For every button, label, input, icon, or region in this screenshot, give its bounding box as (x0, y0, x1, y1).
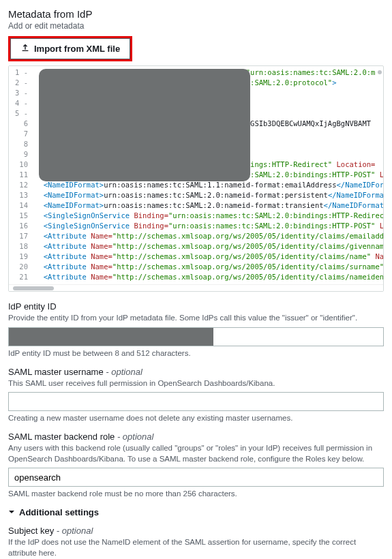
master-username-label: SAML master username (8, 367, 104, 377)
scrollbar-horizontal[interactable] (9, 284, 383, 291)
backend-role-below: SAML master backend role must be no more… (8, 489, 384, 498)
idp-entity-id-field: IdP entity ID Provide the entity ID from… (8, 301, 384, 357)
redaction-overlay (39, 69, 250, 181)
master-username-field: SAML master username - optional This SAM… (8, 367, 384, 423)
master-username-input[interactable] (8, 392, 384, 411)
section-title: Metadata from IdP (8, 8, 384, 20)
idp-entity-id-help: Provide the entity ID from your IdP meta… (8, 313, 384, 324)
backend-role-label: SAML master backend role (8, 432, 115, 442)
code-gutter: 1 -2 -3 -4 -5 -6789101112131415161718192… (9, 66, 32, 284)
backend-role-field: SAML master backend role - optional Any … (8, 432, 384, 498)
chevron-down-icon (8, 507, 15, 517)
metadata-section: Metadata from IdP Add or edit metadata I… (8, 8, 384, 559)
subject-key-field: Subject key - optional If the IdP does n… (8, 526, 384, 559)
xml-code-editor[interactable]: 1 -2 -3 -4 -5 -6789101112131415161718192… (8, 65, 384, 292)
backend-role-input[interactable] (8, 468, 384, 487)
redaction-bar (9, 328, 213, 346)
additional-settings-label: Additional settings (19, 507, 99, 517)
upload-icon (20, 43, 30, 55)
optional-tag: - optional (104, 367, 142, 377)
optional-tag: - optional (115, 432, 153, 442)
import-button-highlight: Import from XML file (8, 36, 132, 61)
additional-settings-toggle[interactable]: Additional settings (8, 507, 384, 517)
idp-entity-id-below: IdP entity ID must be between 8 and 512 … (8, 349, 384, 357)
backend-role-help: Any users with this backend role (usuall… (8, 443, 384, 464)
subject-key-label: Subject key (8, 526, 54, 536)
import-xml-button[interactable]: Import from XML file (10, 38, 130, 59)
section-subtitle: Add or edit metadata (8, 21, 384, 31)
subject-key-help: If the IdP does not use the NameID eleme… (8, 537, 384, 558)
optional-tag: - optional (54, 526, 93, 536)
master-username-below: Creating a new master username does not … (8, 414, 384, 422)
master-username-help: This SAML user receives full permission … (8, 378, 384, 389)
import-button-label: Import from XML file (34, 44, 120, 54)
idp-entity-id-label: IdP entity ID (8, 301, 384, 312)
